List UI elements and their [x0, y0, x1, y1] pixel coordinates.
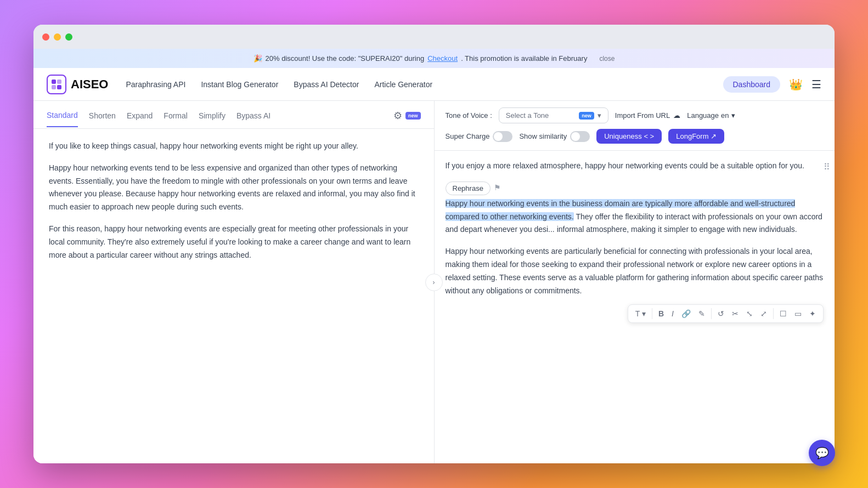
nav-article-generator[interactable]: Article Generator [374, 80, 432, 89]
supercharge-label: Super Charge [446, 132, 490, 140]
new-badge-blue: new [579, 112, 594, 120]
supercharge-toggle[interactable] [493, 131, 512, 142]
svg-rect-2 [52, 85, 56, 89]
toolbar-divider-2 [711, 308, 712, 319]
import-url-label: Import From URL [615, 111, 670, 120]
upload-icon: ☁ [673, 111, 680, 120]
toolbar-divider-3 [773, 308, 774, 319]
tab-shorten[interactable]: Shorten [89, 111, 116, 127]
scissors-button[interactable]: ✂ [729, 307, 741, 320]
tone-label: Tone of Voice : [446, 111, 492, 120]
hamburger-menu-icon[interactable]: ☰ [811, 78, 821, 91]
nav-right: Dashboard 👑 ☰ [723, 76, 822, 93]
chevron-down-icon: ▾ [598, 111, 601, 120]
checkout-link[interactable]: Checkout [427, 54, 458, 63]
rephrase-popup-area: Rephrase ⚑ [446, 184, 501, 193]
right-panel: Tone of Voice : Select a Tone new ▾ Impo… [435, 101, 835, 463]
left-para-3: For this reason, happy hour networking e… [49, 223, 419, 262]
tone-placeholder: Select a Tone [506, 111, 549, 120]
rect-button[interactable]: ▭ [792, 307, 804, 320]
formatting-toolbar: T ▾ B I 🔗 ✎ ↺ ✂ ⤡ ⤢ ☐ ▭ ✦ [628, 304, 824, 323]
nav-instant-blog[interactable]: Instant Blog Generator [201, 80, 278, 89]
highlighted-text: Happy hour networking events in the busi… [446, 199, 796, 221]
bold-button[interactable]: B [656, 307, 667, 320]
promo-close-button[interactable]: close [599, 55, 615, 63]
promo-emoji: 🎉 [253, 54, 262, 63]
language-label: Language [687, 111, 719, 120]
box-button[interactable]: ☐ [777, 307, 790, 320]
tab-bypass-ai[interactable]: Bypass AI [236, 111, 270, 127]
settings-button[interactable]: ⚙ [393, 110, 402, 122]
left-text-area[interactable]: If you like to keep things casual, happy… [33, 129, 434, 463]
main-content: Standard Shorten Expand Formal Simplify … [33, 101, 835, 463]
left-para-2: Happy hour networking events tend to be … [49, 162, 419, 214]
left-panel: Standard Shorten Expand Formal Simplify … [33, 101, 435, 463]
collapse-button[interactable]: ⤢ [758, 307, 770, 320]
right-para-1: If you enjoy a more relaxed atmosphere, … [446, 160, 824, 173]
right-toolbar: Tone of Voice : Select a Tone new ▾ Impo… [435, 101, 835, 151]
nav-links: Paraphrasing API Instant Blog Generator … [126, 80, 723, 89]
nav-paraphrasing-api[interactable]: Paraphrasing API [126, 80, 185, 89]
tab-standard[interactable]: Standard [47, 111, 78, 127]
supercharge-group: Super Charge [446, 131, 513, 142]
app-window: 🎉 20% discount! Use the code: "SUPERAI20… [33, 25, 835, 463]
promo-bar: 🎉 20% discount! Use the code: "SUPERAI20… [33, 49, 835, 68]
tone-select-dropdown[interactable]: Select a Tone new ▾ [499, 107, 608, 123]
expand-button[interactable]: ⤡ [743, 307, 756, 320]
chat-bubble-button[interactable]: 💬 [809, 440, 835, 466]
similarity-label: Show similarity [519, 132, 567, 140]
titlebar [33, 25, 835, 49]
language-select[interactable]: Language en ▾ [687, 111, 735, 120]
language-chevron-icon: ▾ [731, 111, 735, 120]
tab-formal[interactable]: Formal [164, 111, 188, 127]
navbar: AISEO Paraphrasing API Instant Blog Gene… [33, 68, 835, 101]
minimize-dot[interactable] [54, 33, 61, 41]
drag-handle-icon[interactable]: ⠿ [824, 160, 830, 174]
tab-expand[interactable]: Expand [127, 111, 153, 127]
promo-text2: . This promotion is available in Februar… [461, 54, 587, 63]
chat-icon: 💬 [815, 446, 829, 459]
svg-rect-0 [52, 80, 56, 84]
toolbar-row-2: Super Charge Show similarity Uniqueness … [446, 129, 824, 144]
promo-text: 20% discount! Use the code: "SUPERAI20" … [266, 54, 425, 63]
close-dot[interactable] [42, 33, 49, 41]
nav-bypass-ai[interactable]: Bypass AI Detector [294, 80, 359, 89]
dashboard-button[interactable]: Dashboard [723, 76, 781, 93]
color-button[interactable]: ✎ [696, 307, 708, 320]
toolbar-divider-1 [652, 308, 652, 319]
right-para-2-container: Rephrase ⚑ Happy hour networking events … [446, 181, 824, 236]
logo-icon [47, 75, 66, 94]
crown-icon[interactable]: 👑 [789, 78, 803, 91]
link-button[interactable]: 🔗 [679, 307, 694, 320]
logo: AISEO [47, 75, 108, 94]
uniqueness-button[interactable]: Uniqueness < > [596, 129, 662, 144]
panel-expand-arrow[interactable]: › [425, 274, 443, 291]
toolbar-row-1: Tone of Voice : Select a Tone new ▾ Impo… [446, 107, 824, 123]
language-value: en [721, 111, 729, 120]
right-text-area[interactable]: ⠿ If you enjoy a more relaxed atmosphere… [435, 151, 835, 463]
similarity-group: Show similarity [519, 131, 590, 142]
svg-rect-1 [57, 80, 61, 84]
longform-button[interactable]: LongForm ↗ [668, 129, 724, 144]
import-url-button[interactable]: Import From URL ☁ [615, 111, 680, 120]
text-style-button[interactable]: T ▾ [633, 307, 649, 320]
settings-icon-wrap: ⚙ new [393, 110, 421, 128]
rephrase-button[interactable]: Rephrase [446, 181, 491, 195]
italic-button[interactable]: I [669, 307, 677, 320]
new-badge: new [405, 112, 421, 120]
left-para-1: If you like to keep things casual, happy… [49, 140, 419, 153]
star-button[interactable]: ✦ [807, 307, 819, 320]
logo-text: AISEO [71, 77, 108, 92]
undo-button[interactable]: ↺ [715, 307, 727, 320]
maximize-dot[interactable] [65, 33, 72, 41]
similarity-toggle[interactable] [570, 131, 590, 142]
tab-simplify[interactable]: Simplify [199, 111, 226, 127]
mode-tabs: Standard Shorten Expand Formal Simplify … [33, 101, 434, 129]
right-para-3: Happy hour networking events are particu… [446, 245, 824, 297]
flag-icon[interactable]: ⚑ [494, 181, 501, 195]
svg-rect-3 [57, 85, 61, 89]
